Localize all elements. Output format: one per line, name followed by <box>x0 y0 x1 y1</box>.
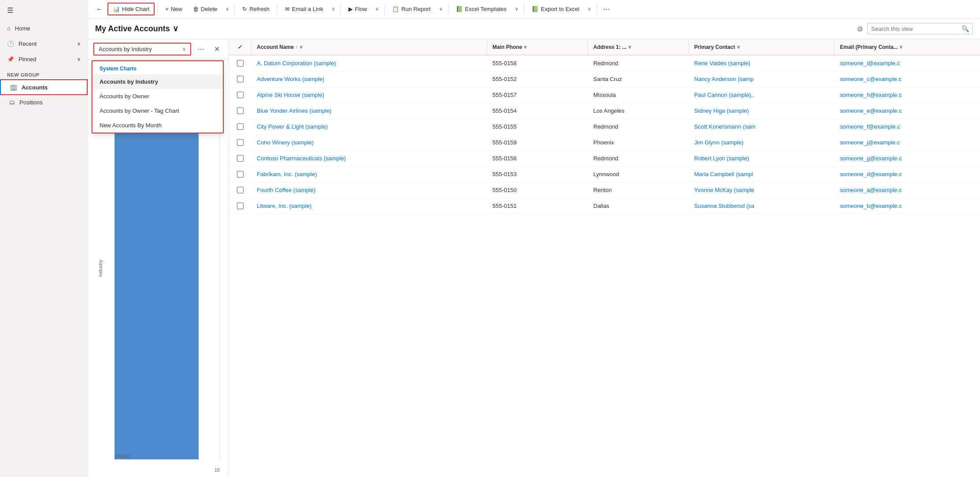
contact-cell-2[interactable]: Nancy Anderson (samp <box>688 71 834 87</box>
account-name-cell-9[interactable]: Fourth Coffee (sample) <box>251 182 487 198</box>
new-button[interactable]: + New <box>160 3 187 15</box>
hamburger-menu[interactable]: ☰ <box>0 0 88 21</box>
excel-templates-dropdown-button[interactable]: ∨ <box>512 4 521 14</box>
checkbox-8[interactable] <box>237 171 244 177</box>
email-cell-8[interactable]: someone_d@example.c <box>834 166 980 182</box>
email-cell-3[interactable]: someone_h@example.c <box>834 87 980 103</box>
refresh-button[interactable]: ↻ Refresh <box>237 3 274 15</box>
email-cell-2[interactable]: someone_c@example.c <box>834 71 980 87</box>
email-dropdown-button[interactable]: ∨ <box>329 4 338 14</box>
checkbox-9[interactable] <box>237 187 244 193</box>
hide-chart-button[interactable]: 📊 Hide Chart <box>107 3 155 15</box>
grid-col-account-name-header[interactable]: Account Name ↑ ∨ <box>251 39 487 55</box>
account-name-cell-6[interactable]: Coho Winery (sample) <box>251 135 487 150</box>
delete-dropdown-button[interactable]: ∨ <box>223 4 232 14</box>
checkbox-7[interactable] <box>237 155 244 162</box>
row-checkbox-8[interactable] <box>229 166 251 182</box>
row-checkbox-9[interactable] <box>229 182 251 198</box>
contact-cell-10[interactable]: Susanna Stubberod (sa <box>688 198 834 214</box>
checkbox-4[interactable] <box>237 107 244 114</box>
back-button[interactable]: ← <box>92 3 107 15</box>
sidebar-nav-pinned[interactable]: 📌 Pinned ∨ <box>0 52 88 67</box>
checkbox-3[interactable] <box>237 92 244 98</box>
account-name-cell-4[interactable]: Blue Yonder Airlines (sample) <box>251 103 487 118</box>
sidebar-entity-accounts[interactable]: 🏢 Accounts <box>0 79 88 95</box>
export-excel-icon: 📗 <box>532 6 539 12</box>
contact-cell-5[interactable]: Scott Konersmann (sam <box>688 119 834 134</box>
contact-cell-4[interactable]: Sidney Higa (sample) <box>688 103 834 118</box>
phone-cell-3: 555-0157 <box>487 87 588 103</box>
run-report-dropdown-button[interactable]: ∨ <box>436 4 445 14</box>
account-name-cell-8[interactable]: Fabrikam, Inc. (sample) <box>251 166 487 182</box>
contact-cell-1[interactable]: Rene Valdes (sample) <box>688 55 834 71</box>
flow-button[interactable]: ▶ Flow <box>344 3 372 15</box>
address-cell-3: Missoula <box>588 87 688 103</box>
chart-dropdown-item-by-owner[interactable]: Accounts by Owner <box>92 89 223 104</box>
sidebar-nav-recent[interactable]: 🕐 Recent ∨ <box>0 36 88 52</box>
account-name-cell-10[interactable]: Litware, Inc. (sample) <box>251 198 487 214</box>
checkbox-10[interactable] <box>237 203 244 209</box>
checkbox-5[interactable] <box>237 123 244 130</box>
export-dropdown-button[interactable]: ∨ <box>585 4 594 14</box>
row-checkbox-5[interactable] <box>229 119 251 134</box>
sidebar-entity-positions[interactable]: 🗂 Positions <box>0 95 88 109</box>
chart-dropdown-item-by-month[interactable]: New Accounts By Month <box>92 118 223 133</box>
row-checkbox-6[interactable] <box>229 135 251 150</box>
flow-dropdown-button[interactable]: ∨ <box>373 4 381 14</box>
chart-dropdown-item-by-owner-tag[interactable]: Accounts by Owner - Tag Chart <box>92 104 223 118</box>
email-cell-4[interactable]: someone_e@example.c <box>834 103 980 118</box>
row-checkbox-4[interactable] <box>229 103 251 118</box>
email-cell-9[interactable]: someone_a@example.c <box>834 182 980 198</box>
filter-icon[interactable]: ⊘ <box>857 25 863 33</box>
contact-cell-9[interactable]: Yvonne McKay (sample <box>688 182 834 198</box>
email-sort-icon: ∨ <box>899 44 902 49</box>
search-input[interactable] <box>871 26 959 32</box>
email-cell-7[interactable]: someone_g@example.c <box>834 151 980 166</box>
checkbox-1[interactable] <box>237 60 244 67</box>
chart-close-button[interactable]: ✕ <box>211 43 223 55</box>
address-header-label: Address 1: ... <box>593 44 626 50</box>
grid-col-phone-header[interactable]: Main Phone ∨ <box>487 39 588 55</box>
email-cell-1[interactable]: someone_i@example.c <box>834 55 980 71</box>
view-title-chevron[interactable]: ∨ <box>173 24 178 33</box>
chart-options-button[interactable]: ⋯ <box>194 43 208 55</box>
email-link-button[interactable]: ✉ Email a Link <box>280 3 328 15</box>
account-name-cell-7[interactable]: Contoso Pharmaceuticals (sample) <box>251 151 487 166</box>
email-cell-6[interactable]: someone_j@example.c <box>834 135 980 150</box>
account-name-cell-1[interactable]: A. Datum Corporation (sample) <box>251 55 487 71</box>
account-name-cell-3[interactable]: Alpine Ski House (sample) <box>251 87 487 103</box>
sidebar-nav-home[interactable]: ⌂ Home <box>0 21 88 36</box>
grid-col-check-header[interactable]: ✓ <box>229 39 251 55</box>
account-name-cell-2[interactable]: Adventure Works (sample) <box>251 71 487 87</box>
email-cell-10[interactable]: someone_b@example.c <box>834 198 980 214</box>
chart-selector[interactable]: Accounts by Industry ∨ <box>93 43 191 55</box>
row-checkbox-2[interactable] <box>229 71 251 87</box>
contact-cell-3[interactable]: Paul Cannon (sample).. <box>688 87 834 103</box>
account-name-cell-5[interactable]: City Power & Light (sample) <box>251 119 487 134</box>
row-checkbox-1[interactable] <box>229 55 251 71</box>
email-cell-5[interactable]: someone_f@example.c <box>834 119 980 134</box>
table-row: A. Datum Corporation (sample) 555-0158 R… <box>229 55 980 71</box>
checkbox-6[interactable] <box>237 139 244 146</box>
contact-cell-7[interactable]: Robert Lyon (sample) <box>688 151 834 166</box>
chart-dropdown-item-by-industry[interactable]: Accounts by Industry <box>92 74 223 89</box>
grid-col-contact-header[interactable]: Primary Contact ∨ <box>688 39 834 55</box>
sidebar: ☰ ⌂ Home 🕐 Recent ∨📌 Pinned ∨ New Group … <box>0 0 88 477</box>
row-checkbox-3[interactable] <box>229 87 251 103</box>
excel-templates-button[interactable]: 📗 Excel Templates <box>451 3 511 15</box>
phone-cell-10: 555-0151 <box>487 198 588 214</box>
export-excel-button[interactable]: 📗 Export to Excel <box>527 3 584 15</box>
chart-header: Accounts by Industry ∨ ⋯ ✕ <box>88 39 229 59</box>
contact-cell-8[interactable]: Maria Campbell (sampl <box>688 166 834 182</box>
more-options-button[interactable]: ⋯ <box>599 3 614 15</box>
run-report-button[interactable]: 📋 Run Report <box>387 3 435 15</box>
grid-col-address-header[interactable]: Address 1: ... ∨ <box>588 39 688 55</box>
row-checkbox-10[interactable] <box>229 198 251 214</box>
contact-cell-6[interactable]: Jim Glynn (sample) <box>688 135 834 150</box>
grid-col-email-header[interactable]: Email (Primary Conta... ∨ <box>834 39 980 55</box>
checkbox-2[interactable] <box>237 76 244 82</box>
sidebar-nav-recent-label: Recent <box>18 41 37 47</box>
address-cell-7: Redmond <box>588 151 688 166</box>
row-checkbox-7[interactable] <box>229 151 251 166</box>
delete-button[interactable]: 🗑 Delete <box>188 3 222 15</box>
